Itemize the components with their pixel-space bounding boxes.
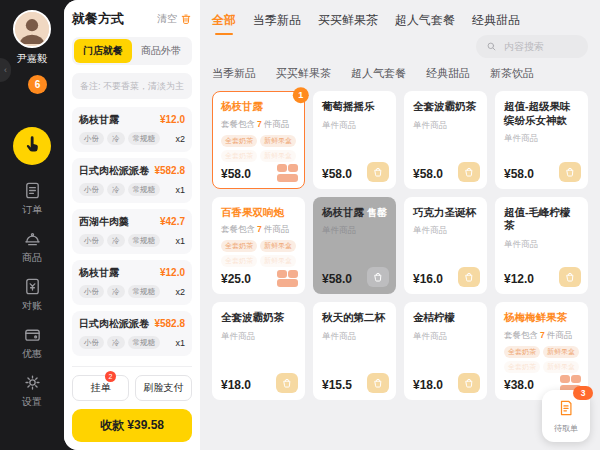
- order-item-list[interactable]: 杨枝甘露 ¥12.0 小份 冷 常规糖 x2 日式肉松派派卷: [72, 107, 192, 360]
- pending-pickup-button[interactable]: 待取单 3: [542, 390, 590, 442]
- notification-badge[interactable]: 6: [28, 75, 47, 94]
- product-subtitle: 套餐包含7件商品: [504, 330, 579, 342]
- receipt-icon: [23, 181, 42, 200]
- order-item-price: ¥582.8: [154, 165, 185, 176]
- sidebar-item[interactable]: 商品: [0, 229, 64, 265]
- product-card[interactable]: 秋天的第二杯单件商品¥15.5: [313, 302, 396, 400]
- add-to-cart-bag-icon[interactable]: [367, 373, 389, 393]
- sidebar-item[interactable]: 对账: [0, 277, 64, 313]
- wallet-icon: [23, 325, 42, 344]
- sidebar-item[interactable]: 订单: [0, 181, 64, 217]
- add-to-cart-bag-icon[interactable]: [458, 373, 480, 393]
- product-card[interactable]: 全套波霸奶茶单件商品¥58.0: [404, 91, 487, 189]
- spec-tag: 冷: [107, 234, 125, 247]
- order-item-name: 日式肉松派派卷: [79, 164, 149, 178]
- subcategory-chip[interactable]: 经典甜品: [426, 66, 470, 81]
- category-tab[interactable]: 当季新品: [253, 12, 301, 35]
- ledger-icon: [23, 277, 42, 296]
- avatar[interactable]: [13, 10, 51, 48]
- clear-order-button[interactable]: 清空: [157, 12, 192, 26]
- order-item-qty: x1: [175, 338, 185, 348]
- subcategory-chip[interactable]: 当季新品: [212, 66, 256, 81]
- category-tab[interactable]: 经典甜品: [472, 12, 520, 35]
- sidebar-item-label: 设置: [22, 395, 42, 409]
- product-card[interactable]: 杨枝甘露套餐包含7件商品全套奶茶新鲜果盒全套奶茶新鲜果盒¥58.01: [212, 91, 305, 189]
- order-item[interactable]: 日式肉松派派卷 ¥582.8 小份 冷 常规糖 x1: [72, 158, 192, 203]
- tap-hand-icon: [22, 134, 42, 158]
- order-item[interactable]: 西湖牛肉羹 ¥42.7 小份 冷 常规糖 x1: [72, 209, 192, 254]
- order-item[interactable]: 杨枝甘露 ¥12.0 小份 冷 常规糖 x2: [72, 260, 192, 305]
- spec-tag: 小份: [79, 132, 104, 145]
- sidebar-item-label: 对账: [22, 299, 42, 313]
- sold-out-badge: 售罄: [367, 206, 387, 220]
- search-icon: [486, 41, 497, 52]
- subcategory-chip[interactable]: 买买鲜果茶: [276, 66, 331, 81]
- add-to-cart-bag-icon[interactable]: [559, 162, 581, 182]
- combo-item-tag: 新鲜果盒: [260, 150, 296, 162]
- panel-title: 就餐方式: [72, 10, 124, 28]
- selected-count-badge: 1: [293, 87, 309, 103]
- product-card[interactable]: 葡萄摇摇乐单件商品¥58.0: [313, 91, 396, 189]
- product-name: 全套波霸奶茶: [413, 100, 478, 114]
- order-item-price: ¥42.7: [160, 216, 185, 227]
- product-card[interactable]: 杨枝甘露单件商品¥58.0售罄: [313, 197, 396, 295]
- subcategory-chip[interactable]: 新茶饮品: [490, 66, 534, 81]
- order-item-name: 西湖牛肉羹: [79, 215, 129, 229]
- order-item-price: ¥12.0: [160, 267, 185, 278]
- order-item-price: ¥12.0: [160, 114, 185, 125]
- dining-mode-tab[interactable]: 门店就餐: [74, 39, 132, 63]
- combo-item-tag: 全套奶茶: [221, 150, 257, 162]
- sidebar-nav: 订单 商品 对账 优惠 设置: [0, 181, 64, 409]
- add-to-cart-bag-icon[interactable]: [367, 267, 389, 287]
- product-name: 秋天的第二杯: [322, 311, 387, 325]
- product-card[interactable]: 巧克力圣诞杯单件商品¥16.0: [404, 197, 487, 295]
- category-tab[interactable]: 超人气套餐: [395, 12, 455, 35]
- order-item-name: 日式肉松派派卷: [79, 317, 149, 331]
- add-to-cart-bag-icon[interactable]: [559, 267, 581, 287]
- checkout-button[interactable]: 收款 ¥39.58: [72, 409, 192, 442]
- combo-item-tag: 全套奶茶: [221, 240, 257, 252]
- order-item-qty: x1: [175, 236, 185, 246]
- product-name: 全套波霸奶茶: [221, 311, 296, 325]
- product-subtitle: 单件商品: [221, 331, 296, 343]
- product-name: 超值-超级果味缤纷乐女神款: [504, 100, 579, 127]
- cloche-icon: [23, 229, 42, 248]
- product-card[interactable]: 超值-超级果味缤纷乐女神款单件商品¥58.0: [495, 91, 588, 189]
- combo-item-tag: 全套奶茶: [504, 361, 540, 373]
- product-name: 超值-毛峰柠檬茶: [504, 206, 579, 233]
- combo-add-icon[interactable]: [274, 164, 298, 182]
- spec-tag: 小份: [79, 234, 104, 247]
- product-card[interactable]: 杨梅梅鲜果茶套餐包含7件商品全套奶茶新鲜果盒全套奶茶新鲜果盒¥38.0: [495, 302, 588, 400]
- combo-item-tag: 新鲜果盒: [543, 346, 579, 358]
- order-item-price: ¥582.8: [154, 318, 185, 329]
- category-tab[interactable]: 买买鲜果茶: [318, 12, 378, 35]
- dining-mode-tab[interactable]: 商品外带: [132, 39, 190, 63]
- clear-label: 清空: [157, 12, 177, 26]
- order-panel: 就餐方式 清空 门店就餐 商品外带: [64, 0, 200, 450]
- category-tab[interactable]: 全部: [212, 12, 236, 35]
- product-card[interactable]: 金桔柠檬单件商品¥18.0: [404, 302, 487, 400]
- hold-order-button[interactable]: 挂单 2: [72, 375, 129, 401]
- note-input[interactable]: [72, 73, 192, 99]
- face-pay-button[interactable]: 刷脸支付: [135, 375, 192, 401]
- add-to-cart-bag-icon[interactable]: [458, 162, 480, 182]
- search-box[interactable]: [476, 35, 588, 58]
- search-input[interactable]: [502, 40, 576, 53]
- product-card[interactable]: 超值-毛峰柠檬茶单件商品¥12.0: [495, 197, 588, 295]
- product-subtitle: 单件商品: [322, 331, 387, 343]
- order-item[interactable]: 日式肉松派派卷 ¥582.8 小份 冷 常规糖 x1: [72, 311, 192, 356]
- sidebar-item[interactable]: 优惠: [0, 325, 64, 361]
- spec-tag: 常规糖: [128, 183, 161, 196]
- product-card[interactable]: 百香果双响炮套餐包含7件商品全套奶茶新鲜果盒全套奶茶新鲜果盒¥25.0: [212, 197, 305, 295]
- add-to-cart-bag-icon[interactable]: [367, 162, 389, 182]
- combo-add-icon[interactable]: [274, 270, 298, 288]
- order-taking-button[interactable]: [13, 127, 51, 165]
- order-item[interactable]: 杨枝甘露 ¥12.0 小份 冷 常规糖 x2: [72, 107, 192, 152]
- add-to-cart-bag-icon[interactable]: [276, 373, 298, 393]
- spec-tag: 冷: [107, 183, 125, 196]
- add-to-cart-bag-icon[interactable]: [458, 267, 480, 287]
- product-card[interactable]: 全套波霸奶茶单件商品¥18.0: [212, 302, 305, 400]
- sidebar-item[interactable]: 设置: [0, 373, 64, 409]
- subcategory-chip[interactable]: 超人气套餐: [351, 66, 406, 81]
- catalog-area: 全部 当季新品 买买鲜果茶 超人气套餐 经典甜品 当季新品 买: [200, 0, 600, 450]
